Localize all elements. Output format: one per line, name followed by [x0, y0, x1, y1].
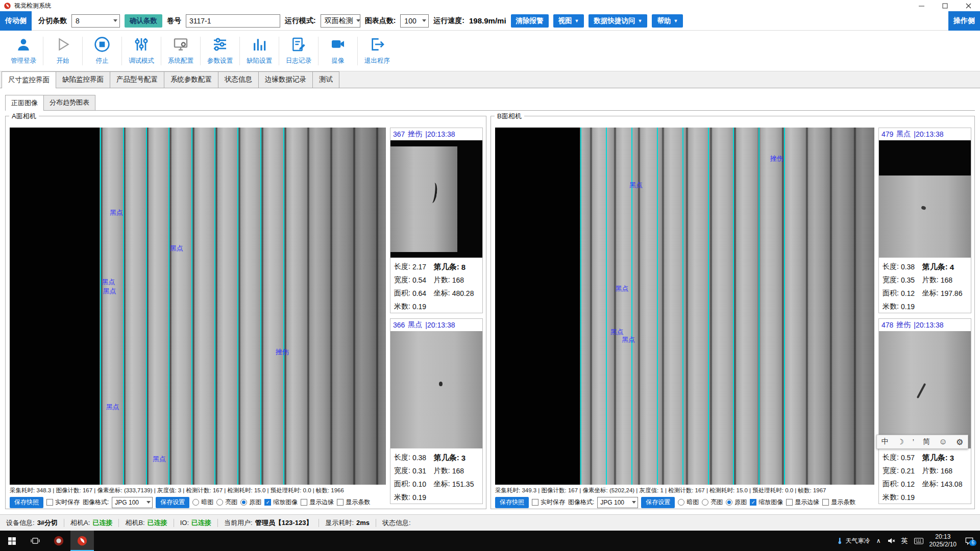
start-button[interactable]: 开始 — [43, 36, 82, 65]
realtime-save-checkbox[interactable]: 实时保存 — [532, 498, 565, 507]
strip-boundary-line — [237, 128, 238, 485]
camera-b-image[interactable]: 挫伤黑点黑点黑点黑点 — [495, 128, 874, 485]
bright-image-radio[interactable]: 亮图 — [702, 498, 723, 507]
maximize-icon[interactable] — [933, 0, 957, 11]
bars-icon — [251, 36, 267, 55]
capture-image-button[interactable]: 提像 — [318, 36, 357, 65]
input-language-indicator[interactable]: 英 — [901, 536, 908, 545]
tab-size-monitor[interactable]: 尺寸监控界面 — [2, 71, 56, 88]
strip-boundary-line — [168, 128, 169, 485]
tab-trend-chart[interactable]: 分布趋势图表 — [43, 95, 95, 110]
gear-icon[interactable]: ⚙ — [956, 437, 963, 447]
quick-access-menu-button[interactable]: 数据快捷访问▼ — [589, 14, 647, 28]
save-settings-button[interactable]: 保存设置 — [641, 497, 675, 508]
operate-side-button[interactable]: 操作侧 — [948, 11, 980, 31]
image-controls-row: 保存快照 实时保存 图像格式: JPG 100 保存设置 暗图 亮图 原图 缩放… — [10, 496, 386, 509]
original-image-radio[interactable]: 原图 — [726, 498, 747, 507]
status-message: 状态信息: — [376, 518, 417, 528]
minimize-icon[interactable] — [910, 0, 933, 11]
image-format-select[interactable]: JPG 100 — [597, 497, 638, 508]
tab-status-info[interactable]: 状态信息 — [218, 71, 259, 88]
drive-side-button[interactable]: 传动侧 — [0, 11, 32, 31]
roll-number-input[interactable] — [186, 14, 280, 28]
strip-boundary-line — [657, 128, 658, 485]
ime-mode-button[interactable]: 中 — [881, 437, 889, 446]
roll-number-label: 卷号 — [167, 16, 181, 26]
dark-image-radio[interactable]: 暗图 — [678, 498, 699, 507]
volume-mute-icon[interactable] — [887, 537, 895, 545]
zoom-image-checkbox[interactable]: 缩放图像 — [264, 498, 298, 507]
defect-card[interactable]: 479 黑点 |20:13:38 长度:0.38 宽度:0.35 面积:0.12 — [878, 128, 971, 313]
defect-card[interactable]: 478 挫伤 |20:13:38 长度:0.57 宽度:0.21 面积:0.12 — [878, 318, 971, 504]
defect-card-header: 478 挫伤 |20:13:38 — [879, 319, 971, 331]
tab-front-image[interactable]: 正面图像 — [5, 95, 44, 111]
confirm-count-button[interactable]: 确认条数 — [125, 14, 162, 28]
tab-edge-data-record[interactable]: 边缘数据记录 — [258, 71, 313, 88]
chevron-down-icon — [146, 501, 151, 504]
play-icon — [55, 36, 71, 55]
close-icon[interactable] — [957, 0, 980, 11]
split-count-select[interactable]: 8 — [71, 14, 120, 28]
show-edge-checkbox[interactable]: 显示边缘 — [301, 498, 334, 507]
admin-login-button[interactable]: 管理登录 — [4, 36, 43, 65]
speed-label: 运行速度: — [433, 16, 464, 26]
parameter-settings-button[interactable]: 参数设置 — [201, 36, 239, 65]
image-format-label: 图像格式: — [568, 498, 594, 507]
taskbar-app2-icon[interactable] — [70, 531, 94, 551]
strip-boundary-line — [100, 128, 101, 485]
clear-alarm-button[interactable]: 清除报警 — [511, 14, 549, 28]
system-config-button[interactable]: 系统配置 — [161, 36, 200, 65]
punctuation-icon[interactable]: ’ — [913, 438, 914, 446]
taskbar-app1-icon[interactable] — [47, 531, 70, 551]
help-menu-button[interactable]: 帮助▼ — [652, 14, 683, 28]
stop-button[interactable]: 停止 — [83, 36, 121, 65]
bright-image-radio[interactable]: 亮图 — [216, 498, 237, 507]
simplified-chinese-button[interactable]: 简 — [923, 437, 930, 446]
defect-label: 黑点 — [103, 287, 116, 296]
show-count-checkbox[interactable]: 显示条数 — [337, 498, 370, 507]
dark-image-radio[interactable]: 暗图 — [192, 498, 213, 507]
taskbar-clock[interactable]: 20:13 2025/2/10 — [929, 533, 957, 548]
save-snapshot-button[interactable]: 保存快照 — [495, 497, 529, 508]
notification-center-icon[interactable]: 6 — [963, 535, 976, 546]
tab-defect-monitor[interactable]: 缺陷监控界面 — [56, 71, 110, 88]
sliders-icon — [212, 36, 228, 55]
defect-card[interactable]: 367 挫伤 |20:13:38 长度:2.17 宽度:0.54 面积:0.64 — [390, 128, 483, 313]
defect-card[interactable]: 366 黑点 |20:13:38 长度:0.38 宽度:0.31 面积:0.10 — [390, 318, 483, 504]
original-image-radio[interactable]: 原图 — [240, 498, 261, 507]
moon-icon[interactable]: ☽ — [897, 438, 904, 446]
start-button[interactable] — [0, 531, 23, 551]
view-menu-button[interactable]: 视图▼ — [553, 14, 584, 28]
tab-system-param-config[interactable]: 系统参数配置 — [164, 71, 218, 88]
defect-thumbnail — [390, 140, 482, 258]
run-mode-select[interactable]: 双面检测 — [321, 14, 360, 28]
strip-boundary-line — [146, 128, 147, 485]
show-edge-checkbox[interactable]: 显示边缘 — [786, 498, 819, 507]
defect-settings-button[interactable]: 缺陷设置 — [240, 36, 279, 65]
log-record-button[interactable]: 日志记录 — [279, 36, 318, 65]
app-icon — [4, 2, 11, 10]
exit-program-button[interactable]: 退出程序 — [358, 36, 397, 65]
tray-expand-chevron-icon[interactable]: ∧ — [876, 537, 881, 544]
window-title: 视觉检测系统 — [14, 2, 51, 10]
save-settings-button[interactable]: 保存设置 — [156, 497, 189, 508]
task-view-icon[interactable] — [23, 531, 47, 551]
camera-b-status: 相机B:已连接 — [119, 518, 173, 528]
image-format-select[interactable]: JPG 100 — [112, 497, 153, 508]
defect-label: 挫伤 — [276, 347, 289, 357]
defect-stats: 长度:0.57 宽度:0.21 面积:0.12 米数:0.19 第几条:3 片数… — [879, 448, 971, 504]
image-controls-row: 保存快照 实时保存 图像格式: JPG 100 保存设置 暗图 亮图 原图 缩放… — [495, 496, 874, 509]
zoom-image-checkbox[interactable]: 缩放图像 — [750, 498, 783, 507]
chart-points-select[interactable]: 100 — [400, 14, 429, 28]
tab-product-model-config[interactable]: 产品型号配置 — [110, 71, 164, 88]
show-count-checkbox[interactable]: 显示条数 — [822, 498, 855, 507]
emoji-icon[interactable]: ☺ — [939, 437, 947, 446]
weather-widget[interactable]: 天气寒冷 — [836, 537, 870, 545]
touch-keyboard-icon[interactable] — [914, 538, 923, 544]
camera-a-image[interactable]: 黑点黑点黑点黑点挫伤黑点黑点 — [10, 128, 386, 485]
tab-test[interactable]: 测试 — [312, 71, 339, 88]
save-snapshot-button[interactable]: 保存快照 — [10, 497, 43, 508]
debug-mode-button[interactable]: 调试模式 — [122, 36, 161, 65]
monitor-gear-icon — [173, 36, 189, 55]
realtime-save-checkbox[interactable]: 实时保存 — [46, 498, 80, 507]
